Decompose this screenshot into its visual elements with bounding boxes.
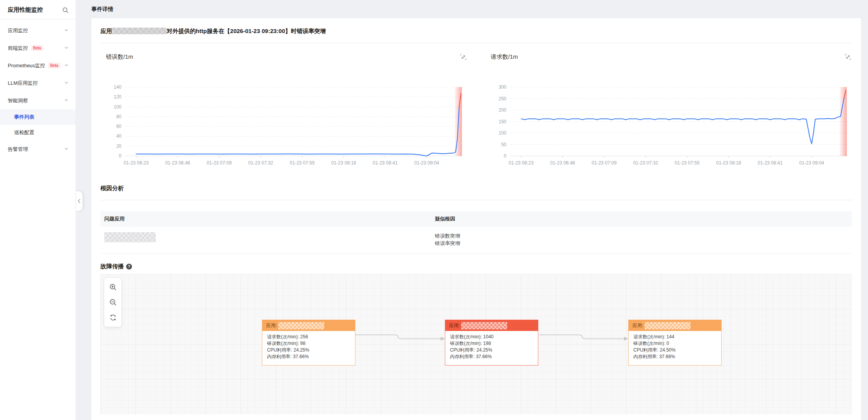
node-header: 应用: <box>629 320 721 331</box>
propagation-node-3[interactable]: 应用: 请求数(次/min): 144 错误数(次/min): 0 CPU利用率… <box>628 320 722 366</box>
sidebar-item-llm-monitor[interactable]: LLM应用监控 <box>0 74 76 92</box>
cause-item: 错误率突增 <box>435 240 852 247</box>
y-axis-label: 150 <box>498 119 506 124</box>
x-axis-label: 01-23 07:55 <box>675 160 699 166</box>
sidebar: 应用性能监控 应用监控 前端监控 Beta Prometheus监控 Beta … <box>0 0 76 420</box>
app-title: 应用性能监控 <box>8 6 43 14</box>
divider <box>100 200 852 200</box>
divider <box>0 19 76 19</box>
x-axis-label: 01-23 07:32 <box>633 160 658 166</box>
sidebar-collapse-handle[interactable] <box>76 191 83 211</box>
sidebar-item-frontend-monitor[interactable]: 前端监控 Beta <box>0 39 76 57</box>
reset-view-button[interactable] <box>104 310 121 325</box>
metric-line: 错误数(次/min): 0 <box>633 340 717 347</box>
page-title: 事件详情 <box>76 0 868 18</box>
y-axis-label: 250 <box>498 96 506 102</box>
metric-line: CPU利用率: 24.25% <box>450 347 533 354</box>
sidebar-item-app-monitor[interactable]: 应用监控 <box>0 22 76 39</box>
x-axis-label: 01-23 07:55 <box>290 160 315 166</box>
chevron-down-icon <box>64 146 69 152</box>
divider <box>100 43 852 43</box>
x-axis-label: 01-23 06:23 <box>508 160 533 166</box>
node-header: 应用: <box>262 320 355 331</box>
node-metrics: 请求数(次/min): 1040 错误数(次/min): 198 CPU利用率:… <box>445 331 538 363</box>
redacted-app-name <box>278 322 324 329</box>
requests-chart[interactable]: 05010015020025030001-23 06:2301-23 06:46… <box>485 63 852 174</box>
graph-toolbar <box>104 278 121 327</box>
search-icon[interactable] <box>62 7 69 13</box>
y-axis-label: 100 <box>498 130 506 136</box>
charts-row: 错误数/1m 02040608010012014001-23 06:2301-2… <box>100 48 852 174</box>
node-metrics: 请求数(次/min): 256 错误数(次/min): 98 CPU利用率: 2… <box>262 331 355 363</box>
arrowhead-icon <box>441 337 445 341</box>
chevron-down-icon <box>64 45 69 51</box>
metric-line: 内存利用率: 37.66% <box>633 354 717 360</box>
node-metrics: 请求数(次/min): 144 错误数(次/min): 0 CPU利用率: 24… <box>629 331 721 363</box>
chevron-down-icon <box>64 80 69 86</box>
y-axis-label: 0 <box>504 153 506 159</box>
metric-line: CPU利用率: 24.50% <box>633 347 717 354</box>
sidebar-item-alert-management[interactable]: 告警管理 <box>0 140 76 158</box>
metric-line: 错误数(次/min): 98 <box>267 340 350 347</box>
node-header: 应用: <box>445 320 538 331</box>
y-axis-label: 0 <box>119 153 121 159</box>
x-axis-label: 01-23 06:46 <box>550 160 575 166</box>
errors-chart-title: 错误数/1m <box>106 53 133 61</box>
zoom-out-button[interactable] <box>104 295 121 310</box>
zoom-in-button[interactable] <box>104 280 121 295</box>
sidebar-item-prometheus-monitor[interactable]: Prometheus监控 Beta <box>0 57 76 74</box>
expand-icon[interactable] <box>460 54 467 60</box>
zoom-out-icon <box>109 299 117 306</box>
metric-line: 内存利用率: 37.66% <box>450 354 533 360</box>
x-axis-label: 01-23 07:32 <box>248 160 273 166</box>
propagation-node-1[interactable]: 应用: 请求数(次/min): 256 错误数(次/min): 98 CPU利用… <box>262 320 355 366</box>
chevron-left-icon <box>77 199 81 203</box>
x-axis-label: 01-23 06:46 <box>165 160 190 166</box>
x-axis-label: 01-23 07:09 <box>592 160 617 166</box>
series-errors-baseline <box>136 107 459 156</box>
y-axis-label: 100 <box>114 104 121 110</box>
redacted-app-name <box>104 232 156 242</box>
y-axis-label: 200 <box>498 107 506 113</box>
redacted-app-name <box>645 322 691 329</box>
cause-item: 错误数突增 <box>435 232 852 240</box>
root-cause-table: 问题应用 疑似根因 错误数突增 错误率突增 <box>100 211 852 254</box>
x-axis-label: 01-23 08:41 <box>373 160 398 166</box>
y-axis-label: 80 <box>116 114 122 119</box>
x-axis-label: 01-23 09:04 <box>414 160 439 166</box>
errors-chart[interactable]: 02040608010012014001-23 06:2301-23 06:46… <box>100 63 467 174</box>
zoom-in-icon <box>109 284 117 291</box>
metric-line: 错误数(次/min): 198 <box>450 340 533 347</box>
event-title: 应用对外提供的http服务在【2026-01-23 09:23:00】时错误率突… <box>100 28 852 35</box>
sidebar-item-event-list[interactable]: 事件列表 <box>0 109 76 125</box>
propagation-graph-canvas[interactable]: 应用: 请求数(次/min): 256 错误数(次/min): 98 CPU利用… <box>100 274 852 414</box>
y-axis-label: 40 <box>116 133 122 139</box>
chevron-up-icon <box>64 98 69 103</box>
help-icon[interactable]: ? <box>126 264 132 270</box>
metric-line: 内存利用率: 37.66% <box>267 354 350 360</box>
x-axis-label: 01-23 07:09 <box>207 160 232 166</box>
requests-chart-title: 请求数/1m <box>491 53 518 61</box>
root-cause-section: 根因分析 问题应用 疑似根因 错误数突增 错误率突增 <box>100 185 852 254</box>
column-suspected-cause: 疑似根因 <box>435 215 852 222</box>
table-header: 问题应用 疑似根因 <box>100 211 852 227</box>
chart-canvas: 05010015020025030001-23 06:2301-23 06:46… <box>485 63 852 174</box>
redacted-app-name <box>112 28 167 34</box>
root-cause-title: 根因分析 <box>100 185 852 192</box>
requests-chart-panel: 请求数/1m 05010015020025030001-23 06:2301-2… <box>485 48 852 174</box>
table-row: 错误数突增 错误率突增 <box>100 227 852 254</box>
chart-canvas: 02040608010012014001-23 06:2301-23 06:46… <box>100 63 467 174</box>
sidebar-item-smart-insight[interactable]: 智能洞察 <box>0 92 76 109</box>
y-axis-label: 60 <box>116 124 122 129</box>
main-content: 事件详情 应用对外提供的http服务在【2026-01-23 09:23:00】… <box>76 0 868 420</box>
fault-propagation-section: 故障传播 ? <box>100 263 852 414</box>
expand-icon[interactable] <box>845 54 851 60</box>
anomaly-band <box>840 87 847 156</box>
propagation-node-2[interactable]: 应用: 请求数(次/min): 1040 错误数(次/min): 198 CPU… <box>445 320 538 366</box>
x-axis-label: 01-23 06:23 <box>124 160 149 166</box>
arrowhead-icon <box>624 337 628 341</box>
sidebar-item-inspection-config[interactable]: 巡检配置 <box>0 125 76 140</box>
chevron-down-icon <box>64 28 69 33</box>
x-axis-label: 01-23 09:04 <box>799 160 824 166</box>
x-axis-label: 01-23 08:18 <box>716 160 741 166</box>
